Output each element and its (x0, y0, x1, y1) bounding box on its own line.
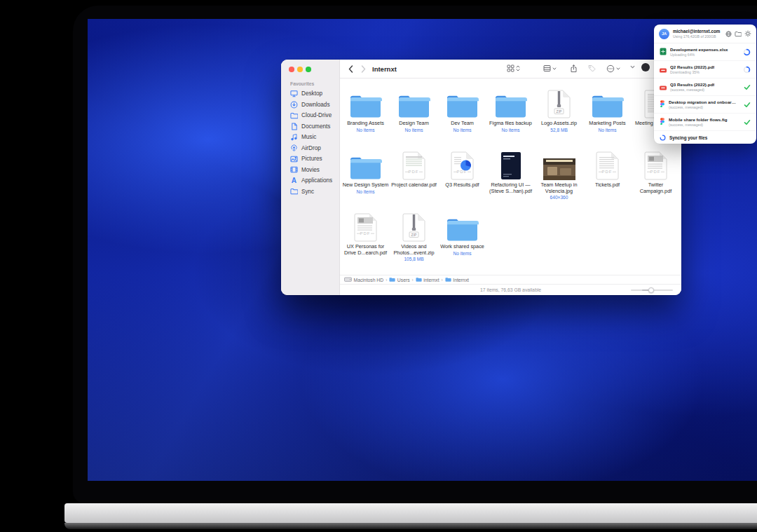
file-item[interactable]: New Design SystemNo items (341, 150, 390, 212)
file-name: Tickets.pdf (595, 182, 620, 189)
sync-file-status-text: (success, messaged) (670, 88, 714, 92)
file-name: Twitter Campaign.pdf (633, 182, 679, 194)
file-item[interactable]: Team Meetup in Vslencia.jpg640×360 (535, 150, 583, 212)
sync-file-list: Development expenses.xlsxUploading 64%Q2… (654, 43, 756, 131)
status-bar: 17 items, 76,63 GB available (340, 284, 681, 295)
movies-icon (290, 166, 298, 174)
sidebar-item-desktop[interactable]: Desktop (281, 88, 339, 100)
sidebar-item-pictures[interactable]: Pictures (281, 154, 339, 165)
internxt-menubar-icon[interactable] (641, 63, 650, 71)
laptop-base (64, 503, 757, 523)
sync-item[interactable]: Q3 Results (2022).pdf(success, messaged) (654, 79, 756, 96)
sidebar-item-label: Cloud-Drive (301, 112, 332, 118)
path-crumb[interactable]: Macintosh HD (344, 276, 383, 283)
chevron-down-icon (616, 67, 620, 71)
file-item[interactable]: Work shared spaceNo items (438, 212, 486, 273)
svg-text:ZIP: ZIP (557, 109, 562, 114)
zip-icon: ZIP (547, 88, 571, 118)
path-crumb-label: Internxt (453, 278, 469, 282)
folder-icon[interactable] (735, 27, 742, 40)
folder-icon (591, 88, 624, 118)
sync-footer-label: Syncing your files (669, 135, 707, 140)
file-item[interactable]: PDFQ3 Results.pdf (438, 150, 486, 212)
path-separator: › (386, 278, 387, 282)
finder-sidebar: Favourites DesktopDownloadsCloud-DriveDo… (281, 60, 340, 295)
file-name: Logo Assets.zip (541, 121, 577, 127)
file-item[interactable]: Marketing PostsNo items (583, 88, 632, 150)
folder-icon (494, 88, 527, 118)
gear-icon[interactable] (744, 27, 751, 40)
more-actions-button[interactable] (606, 64, 620, 73)
sync-file-status-text: (success, messaged) (669, 123, 728, 127)
sidebar-item-music[interactable]: Music (281, 132, 339, 143)
pdf-file-icon (660, 63, 667, 76)
check-icon (744, 84, 751, 90)
group-by-button[interactable] (543, 64, 557, 72)
file-item[interactable]: Design TeamNo items (390, 88, 438, 150)
file-grid: Branding AssetsNo itemsDesign TeamNo ite… (341, 79, 681, 275)
file-info: No items (356, 128, 374, 132)
file-item[interactable]: PDFProject calendar.pdf (390, 150, 438, 212)
sidebar-item-label: Documents (301, 123, 330, 130)
path-crumb[interactable]: internxt (416, 277, 439, 283)
file-name: New Design System (343, 182, 389, 189)
pdf-image-icon: PDF (644, 150, 667, 180)
back-button[interactable] (346, 63, 355, 74)
hd-icon (344, 276, 352, 283)
file-item[interactable]: Refactoring UI — (Steve S...han).pdf (486, 150, 535, 212)
close-window-button[interactable] (289, 67, 294, 72)
sidebar-item-movies[interactable]: Movies (281, 165, 339, 176)
svg-text:PDF: PDF (360, 231, 371, 236)
file-item[interactable]: Figma files backupNo items (486, 88, 535, 150)
share-button[interactable] (570, 64, 578, 73)
sync-item[interactable]: Mobile share folder flows.fig(success, m… (654, 114, 756, 131)
icon-size-slider[interactable] (631, 289, 673, 291)
desktop-icon (290, 90, 298, 97)
sidebar-item-sync[interactable]: Sync (281, 186, 339, 198)
sync-file-status-text: Downloading 35% (670, 70, 714, 74)
forward-button[interactable] (358, 63, 368, 74)
sync-file-name: Q3 Results (2022).pdf (670, 82, 714, 87)
sidebar-item-downloads[interactable]: Downloads (281, 100, 339, 111)
file-item[interactable]: Branding AssetsNo items (341, 88, 390, 150)
finder-window: Favourites DesktopDownloadsCloud-DriveDo… (281, 60, 681, 295)
sidebar-item-label: AirDrop (301, 145, 321, 151)
document-icon (290, 123, 298, 130)
sidebar-item-documents[interactable]: Documents (281, 121, 339, 132)
internxt-sync-panel: JA michael@internxt.com Using 176,42GB o… (654, 25, 756, 144)
file-item[interactable]: Dev TeamNo items (438, 88, 486, 150)
minimize-window-button[interactable] (297, 67, 303, 72)
slider-knob[interactable] (648, 287, 654, 293)
file-item[interactable]: PDFTickets.pdf (583, 150, 632, 212)
sidebar-section-label: Favourites (290, 81, 314, 86)
sync-spinner-icon (660, 131, 666, 144)
folder-icon (446, 88, 479, 118)
file-item[interactable]: PDFUX Personas for Drive D...earch.pdf (341, 212, 390, 273)
toolbar-overflow-chevron[interactable] (630, 64, 635, 69)
sync-file-status-text: (success, messaged) (669, 105, 737, 109)
file-item[interactable]: ZIPVideos and Photos...event.zip105,8 MB (390, 212, 438, 273)
sidebar-item-cloud-drive[interactable]: Cloud-Drive (281, 110, 339, 121)
svg-text:PDF: PDF (650, 170, 661, 174)
tag-button[interactable] (588, 64, 596, 72)
globe-icon[interactable] (725, 27, 732, 40)
sync-item[interactable]: Development expenses.xlsxUploading 64% (654, 43, 756, 61)
sync-item[interactable]: Q2 Results (2022).pdfDownloading 35% (654, 61, 756, 79)
zoom-window-button[interactable] (306, 67, 311, 72)
file-name: Project calendar.pdf (391, 182, 437, 189)
downloads-icon (290, 101, 298, 109)
sync-item[interactable]: Desktop migration and onboardi…(success,… (654, 96, 756, 114)
sidebar-item-applications[interactable]: AApplications (281, 175, 339, 186)
path-crumb[interactable]: Internxt (445, 277, 469, 283)
icon-view-button[interactable] (507, 64, 520, 72)
pdf-icon: PDF (596, 150, 619, 180)
sidebar-item-label: Pictures (301, 156, 322, 162)
figma-file-icon (660, 116, 665, 128)
file-item[interactable]: PDFTwitter Campaign.pdf (632, 150, 680, 212)
path-crumb[interactable]: Users (389, 277, 409, 283)
folder-mini-icon (416, 277, 422, 283)
file-item[interactable]: ZIPLogo Assets.zip52,8 MB (535, 88, 583, 150)
pdf-table-icon: PDF (402, 150, 425, 180)
sync-file-status-text: Uploading 64% (670, 53, 728, 57)
sidebar-item-airdrop[interactable]: AirDrop (281, 143, 339, 154)
